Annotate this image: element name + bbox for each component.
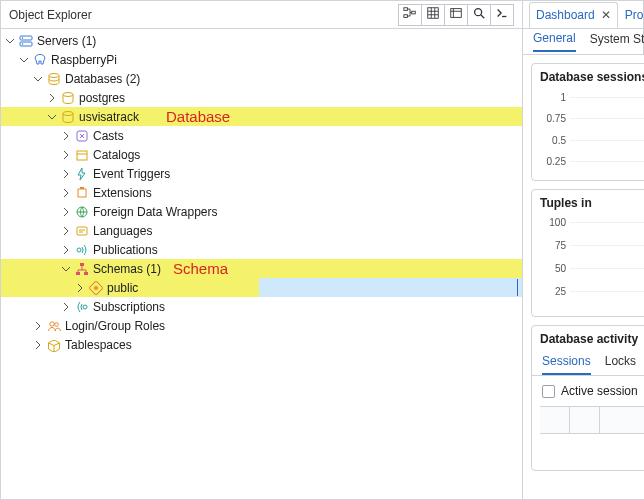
caret-down-icon[interactable] (47, 112, 57, 122)
section-tuples-in: Tuples in 100 75 50 25 (531, 189, 644, 317)
activity-tab-sessions[interactable]: Sessions (542, 354, 591, 375)
tree-item-raspberrypi[interactable]: RaspberryPi (1, 50, 522, 69)
tree-label: Casts (93, 129, 124, 143)
caret-right-icon[interactable] (61, 150, 71, 160)
caret-right-icon[interactable] (33, 340, 43, 350)
tree-item-login-roles[interactable]: Login/Group Roles (1, 316, 522, 335)
svg-rect-1 (404, 15, 408, 18)
tree-label: Publications (93, 243, 158, 257)
annotation-schema: Schema (173, 260, 228, 277)
servers-icon (19, 34, 33, 48)
tab-label: Dashboard (536, 8, 595, 22)
annotation-database: Database (166, 108, 230, 125)
caret-right-icon[interactable] (61, 245, 71, 255)
close-icon[interactable]: ✕ (601, 8, 611, 22)
toolbar-filter-button[interactable] (444, 4, 468, 26)
object-explorer-panel: Object Explorer (1, 1, 523, 499)
tree-item-languages[interactable]: Languages (1, 221, 522, 240)
ytick: 25 (538, 285, 566, 296)
activity-table-header (540, 406, 644, 434)
main-tabs: Dashboard ✕ Proper (523, 1, 644, 29)
catalogs-icon (75, 148, 89, 162)
caret-right-icon[interactable] (61, 131, 71, 141)
subtab-system[interactable]: System St (590, 32, 644, 51)
app-root: Object Explorer (0, 0, 644, 500)
toolbar-grid-button[interactable] (421, 4, 445, 26)
caret-down-icon[interactable] (19, 55, 29, 65)
tree-item-subscriptions[interactable]: Subscriptions (1, 297, 522, 316)
tree-label: Schemas (1) (93, 262, 161, 276)
roles-icon (47, 319, 61, 333)
tab-label: Proper (625, 8, 644, 22)
table-col[interactable] (570, 407, 600, 433)
object-tree[interactable]: Servers (1) RaspberryPi Databases (2) po… (1, 29, 522, 499)
caret-down-icon[interactable] (5, 36, 15, 46)
checkbox-icon[interactable] (542, 385, 555, 398)
tree-label: Tablespaces (65, 338, 132, 352)
subtab-general[interactable]: General (533, 31, 576, 52)
tree-label: Servers (1) (37, 34, 96, 48)
svg-point-9 (22, 43, 24, 45)
table-col[interactable] (540, 407, 570, 433)
tree-label: postgres (79, 91, 125, 105)
subscriptions-icon (75, 300, 89, 314)
tree-label: Event Triggers (93, 167, 170, 181)
svg-rect-14 (77, 151, 87, 160)
svg-rect-0 (404, 8, 408, 11)
tree-item-publications[interactable]: Publications (1, 240, 522, 259)
caret-right-icon[interactable] (33, 321, 43, 331)
caret-down-icon[interactable] (61, 264, 71, 274)
tree-label: public (107, 281, 138, 295)
tree-item-catalogs[interactable]: Catalogs (1, 145, 522, 164)
chart-database-sessions: 1 0.75 0.5 0.25 (538, 90, 644, 176)
caret-right-icon[interactable] (61, 302, 71, 312)
search-icon (472, 6, 486, 23)
svg-point-26 (50, 321, 54, 325)
tree-item-postgres[interactable]: postgres (1, 88, 522, 107)
active-sessions-filter[interactable]: Active session (532, 376, 644, 406)
section-title: Tuples in (532, 196, 644, 214)
object-explorer-title: Object Explorer (9, 8, 92, 22)
svg-point-11 (63, 92, 73, 96)
caret-right-icon[interactable] (75, 283, 85, 293)
database-icon (61, 91, 75, 105)
tree-item-event-triggers[interactable]: Event Triggers (1, 164, 522, 183)
tree-item-extensions[interactable]: Extensions (1, 183, 522, 202)
atab-label: Sessions (542, 354, 591, 368)
caret-down-icon[interactable] (33, 74, 43, 84)
tab-dashboard[interactable]: Dashboard ✕ (529, 2, 618, 28)
elephant-icon (33, 53, 47, 67)
terminal-icon (495, 6, 509, 23)
cancel-query-button[interactable] (544, 444, 560, 460)
activity-tab-locks[interactable]: Locks (605, 354, 636, 375)
database-icon (61, 110, 75, 124)
caret-right-icon[interactable] (61, 188, 71, 198)
terminate-button[interactable] (578, 444, 594, 460)
tab-properties[interactable]: Proper (618, 2, 644, 28)
caret-right-icon[interactable] (61, 226, 71, 236)
object-explorer-header: Object Explorer (1, 1, 522, 29)
casts-icon (75, 129, 89, 143)
tree-item-schemas[interactable]: Schemas (1) Schema (1, 259, 522, 278)
svg-rect-3 (428, 8, 439, 19)
caret-right-icon[interactable] (61, 207, 71, 217)
tree-item-casts[interactable]: Casts (1, 126, 522, 145)
svg-point-8 (22, 37, 24, 39)
tree-item-public[interactable]: public (1, 278, 522, 297)
tree-item-fdw[interactable]: Foreign Data Wrappers (1, 202, 522, 221)
toolbar-structure-button[interactable] (398, 4, 422, 26)
svg-point-12 (63, 111, 73, 115)
caret-right-icon[interactable] (47, 93, 57, 103)
tree-item-databases[interactable]: Databases (2) (1, 69, 522, 88)
toolbar-search-button[interactable] (467, 4, 491, 26)
tree-item-usvisatrack[interactable]: usvisatrack Database (1, 107, 522, 126)
caret-right-icon[interactable] (61, 169, 71, 179)
ytick: 100 (538, 216, 566, 227)
tree-item-servers[interactable]: Servers (1) (1, 31, 522, 50)
svg-point-24 (94, 286, 98, 290)
tablespaces-icon (47, 338, 61, 352)
filter-icon (449, 6, 463, 23)
tree-item-tablespaces[interactable]: Tablespaces (1, 335, 522, 354)
checkbox-label: Active session (561, 384, 638, 398)
toolbar-terminal-button[interactable] (490, 4, 514, 26)
